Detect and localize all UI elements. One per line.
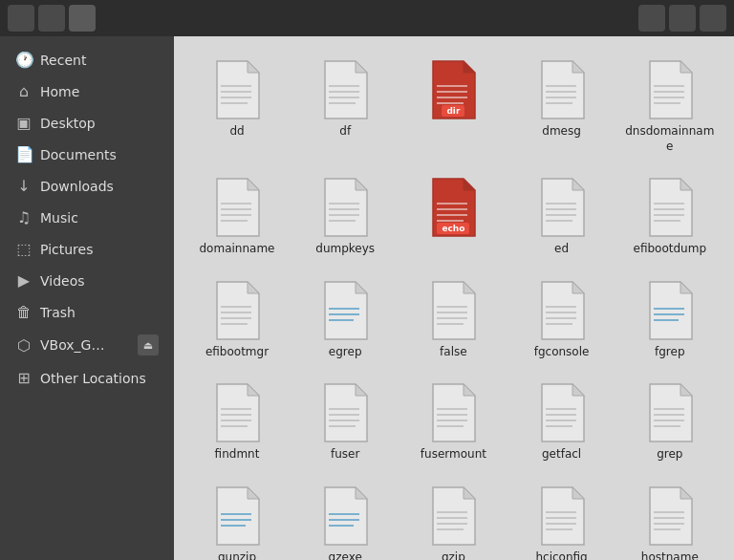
file-item[interactable]: dnsdomainname: [618, 52, 722, 162]
sidebar-item-pictures[interactable]: ⬚Pictures: [0, 233, 174, 265]
file-item[interactable]: fgrep: [618, 272, 722, 368]
videos-icon: ▶: [15, 271, 32, 290]
svg-marker-37: [356, 179, 367, 190]
file-item[interactable]: efibootdump: [618, 169, 722, 265]
file-icon: [536, 382, 588, 443]
file-icon: [319, 177, 371, 238]
file-label: findmnt: [215, 447, 260, 463]
home-label: Home: [40, 84, 159, 99]
file-label: egrep: [329, 345, 362, 360]
file-item[interactable]: gunzip: [185, 478, 289, 560]
file-label: fgconsole: [534, 345, 590, 360]
file-icon: [319, 280, 371, 341]
forward-button[interactable]: [38, 5, 65, 32]
svg-marker-7: [356, 61, 367, 73]
file-item[interactable]: hciconfig: [510, 478, 614, 560]
file-icon: [536, 485, 588, 547]
sidebar-item-other[interactable]: ⊞Other Locations: [0, 362, 174, 394]
downloads-label: Downloads: [40, 179, 159, 194]
file-label: gzip: [442, 550, 465, 560]
vbox-label: VBox_G…: [40, 337, 130, 353]
sidebar-item-home[interactable]: ⌂Home: [0, 75, 174, 107]
svg-marker-89: [248, 384, 259, 396]
file-item[interactable]: hostname: [618, 478, 722, 560]
file-icon: [427, 382, 479, 443]
file-item[interactable]: fusermount: [401, 375, 505, 470]
svg-marker-25: [680, 61, 692, 73]
file-item[interactable]: dumpkeys: [293, 169, 397, 265]
file-label: gzexe: [329, 550, 362, 560]
file-item[interactable]: false: [401, 272, 505, 368]
svg-marker-61: [248, 282, 259, 293]
sidebar-item-downloads[interactable]: ↓Downloads: [0, 170, 174, 202]
file-label: fusermount: [421, 447, 486, 463]
file-area[interactable]: dd df dir dmesg: [174, 36, 734, 560]
sidebar-item-recent[interactable]: 🕐Recent: [0, 44, 174, 75]
svg-marker-84: [680, 282, 692, 293]
file-item[interactable]: efibootmgr: [185, 272, 289, 368]
file-badge: echo: [437, 223, 469, 234]
sidebar-item-desktop[interactable]: ▣Desktop: [0, 107, 174, 139]
file-label: efibootdump: [634, 242, 706, 257]
file-icon: [319, 382, 371, 443]
file-item[interactable]: echo: [401, 169, 505, 265]
file-icon: echo: [427, 177, 479, 238]
file-icon: [427, 280, 479, 341]
file-label: ed: [554, 242, 569, 257]
svg-marker-31: [248, 179, 259, 190]
file-item[interactable]: df: [293, 52, 397, 162]
eject-button[interactable]: ⏏: [138, 334, 159, 355]
back-button[interactable]: [8, 5, 34, 32]
titlebar-actions: [638, 5, 726, 32]
main-area: 🕐Recent⌂Home▣Desktop📄Documents↓Downloads…: [0, 36, 734, 560]
svg-marker-43: [464, 179, 475, 190]
file-icon: [211, 280, 263, 341]
file-label: fuser: [331, 447, 359, 463]
menu-button[interactable]: [700, 5, 726, 32]
file-item[interactable]: gzip: [401, 478, 505, 560]
desktop-icon: ▣: [15, 114, 32, 132]
sidebar-item-videos[interactable]: ▶Videos: [0, 265, 174, 296]
file-item[interactable]: egrep: [293, 272, 397, 368]
file-item[interactable]: findmnt: [185, 375, 289, 470]
documents-icon: 📄: [15, 145, 32, 163]
svg-marker-78: [572, 282, 584, 293]
sidebar-item-music[interactable]: ♫Music: [0, 202, 174, 233]
file-label: hostname: [641, 550, 699, 560]
file-label: getfacl: [542, 447, 581, 463]
file-label: false: [440, 345, 467, 360]
file-label: gunzip: [218, 550, 256, 560]
file-icon: [644, 59, 696, 120]
file-item[interactable]: grep: [618, 375, 722, 470]
documents-label: Documents: [40, 147, 159, 162]
svg-marker-141: [680, 487, 692, 499]
file-icon: [211, 382, 263, 443]
file-item[interactable]: fuser: [293, 375, 397, 470]
file-item[interactable]: fgconsole: [510, 272, 614, 368]
file-label: dd: [229, 124, 244, 140]
file-icon: [319, 485, 371, 547]
file-label: fgrep: [655, 345, 685, 360]
file-item[interactable]: domainname: [185, 169, 289, 265]
file-item[interactable]: ed: [510, 169, 614, 265]
svg-marker-113: [680, 384, 692, 396]
sidebar-item-vbox[interactable]: ⬡VBox_G…⏏: [0, 328, 174, 362]
other-label: Other Locations: [40, 371, 159, 386]
file-item[interactable]: dd: [185, 52, 289, 162]
file-item[interactable]: getfacl: [510, 375, 614, 470]
view-button[interactable]: [669, 5, 696, 32]
svg-marker-49: [572, 179, 584, 190]
file-item[interactable]: dmesg: [510, 52, 614, 162]
music-label: Music: [40, 210, 159, 226]
sidebar-item-trash[interactable]: 🗑Trash: [0, 296, 174, 328]
file-icon: [319, 59, 371, 120]
file-item[interactable]: dir: [401, 52, 505, 162]
sidebar-item-documents[interactable]: 📄Documents: [0, 139, 174, 170]
file-icon: [211, 485, 263, 547]
svg-marker-72: [464, 282, 475, 293]
pictures-label: Pictures: [40, 242, 159, 257]
file-item[interactable]: gzexe: [293, 478, 397, 560]
file-grid: dd df dir dmesg: [185, 52, 723, 560]
search-button[interactable]: [638, 5, 665, 32]
svg-marker-13: [464, 61, 475, 73]
